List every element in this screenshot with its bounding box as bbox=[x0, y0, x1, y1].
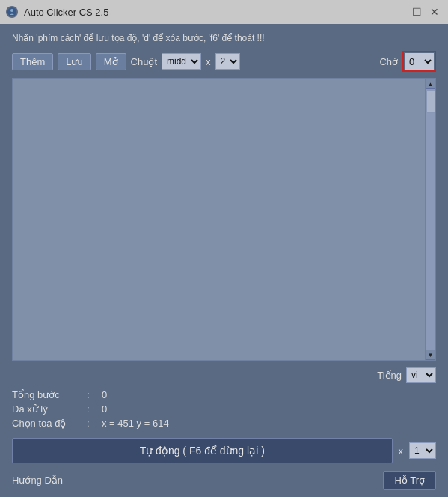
scroll-down-arrow[interactable]: ▼ bbox=[426, 350, 436, 360]
scroll-thumb[interactable] bbox=[426, 91, 435, 113]
total-steps-value: 0 bbox=[102, 389, 107, 400]
title-bar: Auto Clicker CS 2.5 — ☐ ✕ bbox=[0, 0, 448, 24]
toolbar: Thêm Lưu Mở Chuột midd left right x 2 1 … bbox=[12, 51, 436, 72]
x-label: x bbox=[206, 56, 211, 67]
processed-row: Đã xử lý : 0 bbox=[12, 403, 436, 415]
language-row: Tiếng vi en bbox=[12, 367, 436, 383]
close-button[interactable]: ✕ bbox=[427, 4, 442, 19]
repeat-select[interactable]: 2 1 3 5 bbox=[215, 53, 240, 70]
cho-select[interactable]: 0 1 2 5 10 bbox=[405, 53, 434, 70]
action-row: Tự động ( F6 để dừng lại ) x 1 2 3 5 bbox=[12, 438, 436, 463]
maximize-button[interactable]: ☐ bbox=[409, 4, 424, 19]
window-controls: — ☐ ✕ bbox=[391, 4, 442, 19]
total-colon: : bbox=[87, 389, 102, 400]
chuot-dropdown-wrap: midd left right bbox=[162, 53, 201, 70]
language-dropdown-wrap: vi en bbox=[406, 367, 436, 383]
footer-row: Hướng Dẫn Hỗ Trợ bbox=[12, 471, 436, 490]
chuot-select[interactable]: midd left right bbox=[162, 53, 201, 70]
chuot-label: Chuột bbox=[131, 56, 157, 67]
scroll-track bbox=[426, 89, 435, 350]
hint-text: Nhấn 'phím cách' để lưu tọa độ, 'd' để x… bbox=[12, 31, 436, 45]
stats-area: Tổng bước : 0 Đã xử lý : 0 Chọn toa độ :… bbox=[12, 389, 436, 429]
language-select[interactable]: vi en bbox=[406, 367, 436, 383]
coord-row: Chọn toa độ : x = 451 y = 614 bbox=[12, 418, 436, 429]
coord-colon: : bbox=[87, 418, 102, 429]
svg-point-1 bbox=[10, 9, 13, 12]
processed-colon: : bbox=[87, 403, 102, 415]
cho-dropdown-wrap: 0 1 2 5 10 bbox=[402, 51, 436, 72]
app-icon bbox=[6, 6, 18, 18]
steps-list[interactable]: ▲ ▼ bbox=[12, 78, 436, 361]
action-x-label: x bbox=[399, 445, 404, 457]
main-content: Nhấn 'phím cách' để lưu tọa độ, 'd' để x… bbox=[0, 24, 448, 497]
mo-button[interactable]: Mở bbox=[96, 53, 126, 70]
total-steps-row: Tổng bước : 0 bbox=[12, 389, 436, 400]
processed-label: Đã xử lý bbox=[12, 403, 87, 415]
minimize-button[interactable]: — bbox=[391, 4, 406, 19]
them-button[interactable]: Thêm bbox=[12, 53, 53, 70]
scrollbar[interactable]: ▲ ▼ bbox=[425, 79, 435, 360]
processed-value: 0 bbox=[102, 403, 107, 415]
app-title: Auto Clicker CS 2.5 bbox=[24, 7, 385, 18]
auto-button[interactable]: Tự động ( F6 để dừng lại ) bbox=[12, 438, 393, 463]
coord-value: x = 451 y = 614 bbox=[102, 418, 169, 429]
repeat-dropdown-wrap: 2 1 3 5 bbox=[215, 53, 240, 70]
coord-label: Chọn toa độ bbox=[12, 418, 87, 429]
multiplier-select[interactable]: 1 2 3 5 bbox=[409, 442, 436, 459]
cho-label: Chờ bbox=[379, 56, 398, 67]
support-button[interactable]: Hỗ Trợ bbox=[383, 471, 436, 490]
multiplier-dropdown-wrap: 1 2 3 5 bbox=[409, 442, 436, 459]
language-label: Tiếng bbox=[377, 370, 402, 381]
scroll-up-arrow[interactable]: ▲ bbox=[426, 79, 436, 89]
total-steps-label: Tổng bước bbox=[12, 389, 87, 400]
luu-button[interactable]: Lưu bbox=[58, 53, 90, 70]
guide-label: Hướng Dẫn bbox=[12, 475, 63, 486]
